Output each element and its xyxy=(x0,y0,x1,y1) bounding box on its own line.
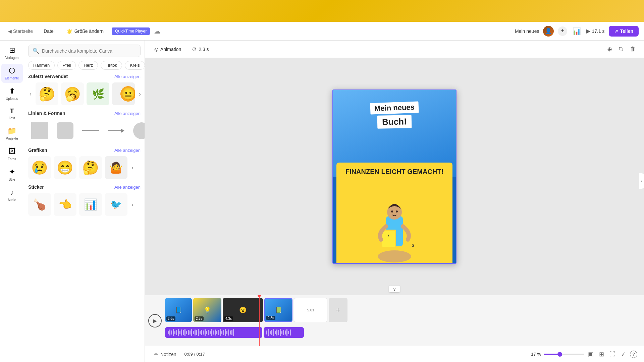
sidebar-item-fotos[interactable]: 🖼 Fotos xyxy=(1,144,23,164)
sticker-next-arrow[interactable]: › xyxy=(130,200,135,209)
shape-arrow[interactable] xyxy=(105,119,127,142)
shape-rounded-rect[interactable] xyxy=(54,119,76,142)
audio-waves-1 xyxy=(165,327,262,338)
section-link-grafiken[interactable]: Alle anzeigen xyxy=(114,148,141,153)
book-title-line2: Buch! xyxy=(377,115,412,129)
grafik-grinning[interactable]: 😁 xyxy=(54,156,76,179)
file-button[interactable]: Datei xyxy=(40,26,59,36)
help-icon[interactable]: ? xyxy=(630,351,637,358)
sticker-pointing[interactable]: 👈 xyxy=(54,193,76,216)
slide-thumb-1[interactable]: 📘 2.6s xyxy=(165,298,192,322)
sidebar-item-uploads[interactable]: ⬆ Uploads xyxy=(1,84,23,103)
sidebar-item-projekte[interactable]: 📁 Projekte xyxy=(1,124,23,143)
section-link-sticker[interactable]: Alle anzeigen xyxy=(114,185,141,190)
slide-duration-3: 4.3s xyxy=(224,316,233,321)
slide-duration-2: 2.7s xyxy=(195,316,204,321)
section-recent: Zuletzt verwendet Alle anzeigen ‹ 🤔 🥱 🌿 … xyxy=(24,74,145,111)
sticker-chart[interactable]: 📊 xyxy=(79,193,102,216)
sidebar-label-elemente: Elemente xyxy=(5,76,19,80)
slide-thumb-2[interactable]: 💡 2.7s xyxy=(193,298,221,322)
book-cover-card: FINANZEN LEICHT GEMACHT! xyxy=(336,163,452,263)
section-header-grafiken: Grafiken Alle anzeigen xyxy=(28,147,141,153)
sidebar-label-audio: Audio xyxy=(8,198,16,202)
book-title-line1: Mein neues xyxy=(370,101,419,114)
cloud-icon[interactable]: ☁ xyxy=(154,27,161,35)
section-link-shapes[interactable]: Alle anzeigen xyxy=(114,111,141,116)
emoji-yawning[interactable]: 🥱 xyxy=(61,82,84,105)
time-button[interactable]: ⏱ 2.3 s xyxy=(189,45,211,53)
sidebar-item-vorlagen[interactable]: ⊞ Vorlagen xyxy=(1,43,23,62)
quicktime-badge: QuickTime Player xyxy=(112,27,150,35)
sticker-partial3[interactable]: 🐦 xyxy=(105,193,127,216)
slide-thumb-4[interactable]: 📗 2.3s xyxy=(264,298,292,322)
search-box[interactable]: 🔍 xyxy=(28,45,141,57)
share-label: Teilen xyxy=(620,28,633,34)
sidebar-item-text[interactable]: T Text xyxy=(1,105,23,123)
emoji-thinking[interactable]: 🤔 xyxy=(36,82,58,105)
filter-pfeil[interactable]: Pfeil xyxy=(57,61,76,70)
emoji-next-arrow[interactable]: › xyxy=(138,89,142,99)
fullscreen-icon[interactable]: ⛶ xyxy=(608,349,617,359)
shape-line[interactable] xyxy=(79,119,102,142)
share-button[interactable]: ↗ Teilen xyxy=(609,26,639,37)
fotos-icon: 🖼 xyxy=(8,147,16,156)
shape-square[interactable] xyxy=(28,119,51,142)
zoom-section: 17 % ▣ ⊞ ⛶ ✓ ? xyxy=(531,349,637,359)
view-icon[interactable]: ▣ xyxy=(587,349,595,359)
slide-thumb-3[interactable]: 😮 4.3s xyxy=(223,298,263,322)
section-link-recent[interactable]: Alle anzeigen xyxy=(114,74,141,79)
grafik-partial2[interactable]: 🤷 xyxy=(105,156,127,179)
animation-button[interactable]: ◎ Animation xyxy=(152,45,184,53)
shape-circle[interactable] xyxy=(130,119,145,142)
emoji-partial[interactable]: 😐 xyxy=(112,82,135,105)
sidebar-item-elemente[interactable]: ⬡ Elemente xyxy=(1,64,23,83)
timeline: ▶ 📘 2.6s xyxy=(145,295,644,362)
toolbar-right: Mein neues 👤 + 📊 ▶ 17.1 s ↗ Teilen xyxy=(515,26,639,37)
grafik-sad[interactable]: 😢 xyxy=(28,156,51,179)
svg-text:$: $ xyxy=(412,243,414,248)
grid-icon[interactable]: ⊞ xyxy=(598,349,605,359)
zoom-slider[interactable] xyxy=(544,354,584,355)
play-icon: ▶ xyxy=(586,28,590,34)
canvas-area: ◎ Animation ⏱ 2.3 s ⊕ ⧉ 🗑 xyxy=(145,41,644,362)
filter-tiktok[interactable]: Tiktok xyxy=(101,61,122,70)
play-button[interactable]: ▶ xyxy=(148,314,162,327)
filter-kreis[interactable]: Kreis xyxy=(125,61,145,70)
zoom-thumb[interactable] xyxy=(557,352,562,357)
delete-icon[interactable]: 🗑 xyxy=(629,44,637,54)
emoji-plant[interactable]: 🌿 xyxy=(87,82,109,105)
grafiken-next-arrow[interactable]: › xyxy=(130,163,135,173)
section-title-shapes: Linien & Formen xyxy=(28,111,65,116)
section-header-sticker: Sticker Alle anzeigen xyxy=(28,184,141,190)
back-button[interactable]: ◀ Startseite xyxy=(5,27,36,35)
play-duration[interactable]: ▶ 17.1 s xyxy=(586,28,604,34)
time-icon: ⏱ xyxy=(192,47,197,52)
filter-herz[interactable]: Herz xyxy=(78,61,98,70)
search-input[interactable] xyxy=(42,48,136,54)
check-icon[interactable]: ✓ xyxy=(620,349,627,359)
toolbar: ◀ Startseite Datei 🌟 Größe ändern QuickT… xyxy=(0,22,644,41)
canvas-collapse-button[interactable]: ∨ xyxy=(389,286,400,292)
avatar[interactable]: 👤 xyxy=(543,26,554,37)
section-sticker: Sticker Alle anzeigen 🍗 👈 📊 🐦 › xyxy=(24,184,145,221)
section-title-sticker: Sticker xyxy=(28,184,44,190)
section-title-grafiken: Grafiken xyxy=(28,147,47,153)
sticker-turkey[interactable]: 🍗 xyxy=(28,193,51,216)
add-slide-button[interactable]: + xyxy=(329,298,347,322)
slide-thumb-5[interactable]: 5.0s xyxy=(294,298,327,322)
grafik-thinking2[interactable]: 🤔 xyxy=(79,156,102,179)
sidebar-item-stile[interactable]: ✦ Stile xyxy=(1,165,23,184)
stats-icon[interactable]: 📊 xyxy=(571,26,582,37)
sidebar-item-audio[interactable]: ♪ Audio xyxy=(1,185,23,204)
add-collaborator-button[interactable]: + xyxy=(558,26,567,36)
resize-button[interactable]: 🌟 Größe ändern xyxy=(63,26,108,36)
filter-rahmen[interactable]: Rahmen xyxy=(28,61,55,70)
notes-button[interactable]: ✏ Notizen xyxy=(152,350,179,358)
emoji-prev-arrow[interactable]: ‹ xyxy=(28,89,33,99)
audio-track-2[interactable] xyxy=(264,327,304,338)
sidebar-label-text: Text xyxy=(9,116,15,120)
add-element-icon[interactable]: ⊕ xyxy=(606,44,613,54)
copy-icon[interactable]: ⧉ xyxy=(618,44,625,54)
audio-track-1[interactable] xyxy=(165,327,262,338)
slide-canvas: Mein neues Buch! FINANZEN LEICHT GEMACHT… xyxy=(332,89,457,264)
